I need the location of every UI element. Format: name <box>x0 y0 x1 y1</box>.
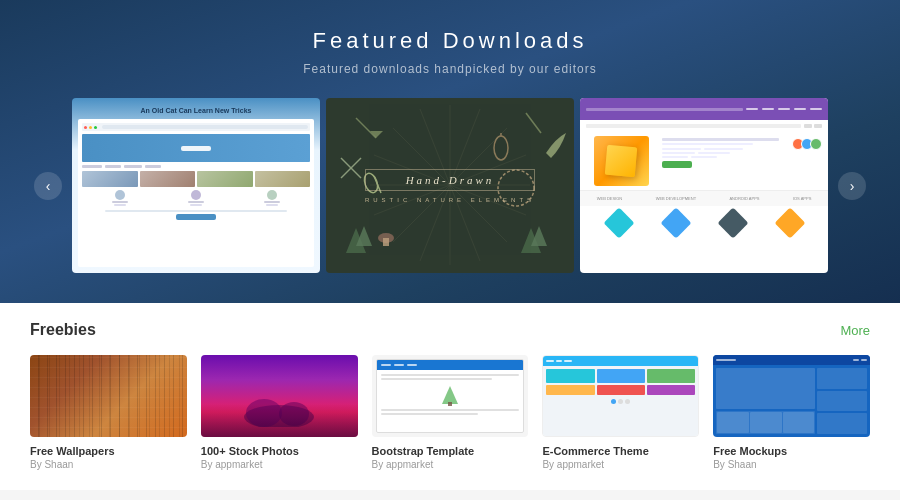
freebie-item-photos[interactable]: 100+ Stock Photos By appmarket <box>201 355 358 470</box>
more-link[interactable]: More <box>840 323 870 338</box>
carousel: ‹ An Old Cat Can Learn New Tricks <box>20 98 880 273</box>
freebie-author-bootstrap: By appmarket <box>372 459 529 470</box>
freebie-thumb-wallpapers <box>30 355 187 437</box>
freebies-grid: Free Wallpapers By Shaan 100+ Stock Phot… <box>30 355 870 470</box>
freebie-name-photos: 100+ Stock Photos <box>201 445 358 457</box>
card2-subtitle: RUSTIC NATURE ELEMENTS <box>365 197 535 203</box>
carousel-item-ecommerce[interactable]: WEB DESIGN WEB DEVELOPMENT ANDROID APPS … <box>580 98 828 273</box>
card1-body <box>78 119 314 267</box>
freebie-item-bootstrap[interactable]: Bootstrap Template By appmarket <box>372 355 529 470</box>
freebie-author-wallpapers: By Shaan <box>30 459 187 470</box>
freebie-thumb-bootstrap <box>372 355 529 437</box>
freebie-thumb-ecommerce <box>542 355 699 437</box>
svg-marker-35 <box>442 386 458 404</box>
svg-point-33 <box>246 399 282 427</box>
hero-title: Featured Downloads <box>20 28 880 54</box>
freebie-name-bootstrap: Bootstrap Template <box>372 445 529 457</box>
freebie-author-ecommerce: By appmarket <box>542 459 699 470</box>
carousel-prev-button[interactable]: ‹ <box>34 172 62 200</box>
carousel-item-website[interactable]: An Old Cat Can Learn New Tricks <box>72 98 320 273</box>
hero-section: Featured Downloads Featured downloads ha… <box>0 0 900 303</box>
freebie-name-wallpapers: Free Wallpapers <box>30 445 187 457</box>
freebies-header: Freebies More <box>30 321 870 339</box>
card1-title: An Old Cat Can Learn New Tricks <box>141 106 252 115</box>
freebie-author-photos: By appmarket <box>201 459 358 470</box>
freebie-author-mockups: By Shaan <box>713 459 870 470</box>
freebie-thumb-photos <box>201 355 358 437</box>
carousel-item-handdrawn[interactable]: Hand-Drawn RUSTIC NATURE ELEMENTS <box>326 98 574 273</box>
card3-header <box>580 98 828 120</box>
freebie-thumb-mockups <box>713 355 870 437</box>
freebie-item-wallpapers[interactable]: Free Wallpapers By Shaan <box>30 355 187 470</box>
svg-point-32 <box>244 405 314 427</box>
freebie-name-ecommerce: E-Commerce Theme <box>542 445 699 457</box>
hero-subtitle: Featured downloads handpicked by our edi… <box>20 62 880 76</box>
freebies-section: Freebies More Free Wallpapers By Shaan <box>0 303 900 490</box>
card2-banner: Hand-Drawn <box>378 174 522 186</box>
svg-rect-36 <box>448 402 452 406</box>
freebie-name-mockups: Free Mockups <box>713 445 870 457</box>
carousel-next-button[interactable]: › <box>838 172 866 200</box>
carousel-items: An Old Cat Can Learn New Tricks <box>72 98 828 273</box>
freebie-item-ecommerce[interactable]: E-Commerce Theme By appmarket <box>542 355 699 470</box>
freebie-item-mockups[interactable]: Free Mockups By Shaan <box>713 355 870 470</box>
svg-point-34 <box>279 402 309 426</box>
freebies-title: Freebies <box>30 321 96 339</box>
